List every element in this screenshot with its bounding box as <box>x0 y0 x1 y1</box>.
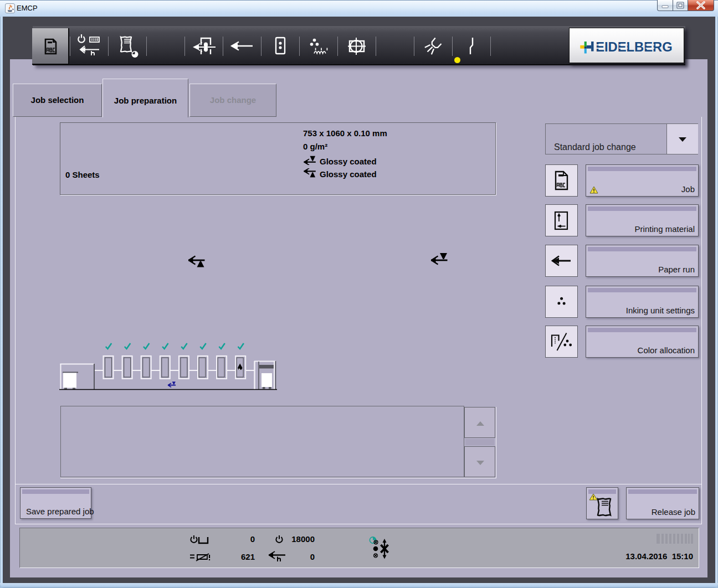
svg-text:EIDELBERG: EIDELBERG <box>596 39 673 54</box>
